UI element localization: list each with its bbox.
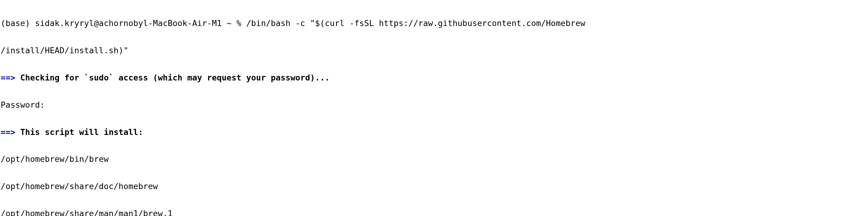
install-path: /opt/homebrew/share/doc/homebrew (1, 182, 868, 191)
arrow-icon: ==> (1, 127, 16, 137)
arrow-icon: ==> (1, 73, 16, 82)
step-will-install: ==> This script will install: (1, 128, 868, 137)
password-prompt: Password: (1, 101, 868, 109)
step2-text: This script will install: (16, 127, 143, 137)
step-checking-sudo: ==> Checking for `sudo` access (which ma… (1, 73, 868, 82)
step1-text: Checking for `sudo` access (which may re… (16, 73, 330, 82)
command-line-2: /install/HEAD/install.sh)" (1, 46, 868, 55)
install-path: /opt/homebrew/bin/brew (1, 155, 868, 164)
terminal-output[interactable]: (base) sidak.kryryl@achornobyl-MacBook-A… (0, 0, 868, 216)
install-path: /opt/homebrew/share/man/man1/brew.1 (1, 209, 868, 216)
command-line-1: (base) sidak.kryryl@achornobyl-MacBook-A… (1, 19, 868, 28)
